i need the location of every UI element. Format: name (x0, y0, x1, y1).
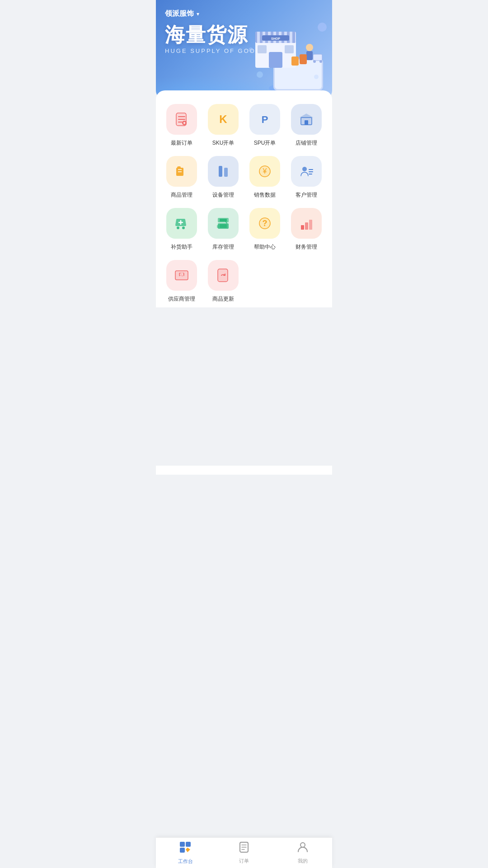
sku-open-label: SKU开单 (212, 139, 235, 147)
svg-text:供: 供 (179, 273, 184, 277)
svg-rect-15 (313, 54, 322, 61)
device-manage-icon-wrap (208, 156, 239, 187)
inventory-icon-wrap (208, 208, 239, 239)
customer-manage-icon-wrap (291, 156, 322, 187)
inventory-label: 库存管理 (212, 243, 234, 251)
banner-illustration: SHOP (246, 5, 328, 95)
menu-item-supplier[interactable]: 供供应商管理 (163, 260, 200, 303)
svg-rect-60 (301, 225, 304, 230)
goods-manage-icon-wrap (166, 156, 197, 187)
sales-data-label: 销售数据 (254, 191, 276, 199)
menu-item-goods-manage[interactable]: 商品管理 (163, 156, 200, 199)
svg-rect-40 (224, 168, 228, 177)
svg-rect-55 (220, 224, 227, 228)
nav-label-workbench: 工作台 (178, 858, 193, 865)
menu-grid: 最新订单KSKU开单PSPU开单店铺管理商品管理设备管理¥销售数据客户管理补货助… (163, 104, 325, 303)
spu-open-icon-wrap: P (249, 104, 280, 135)
svg-point-44 (302, 167, 307, 171)
svg-point-16 (313, 60, 316, 63)
menu-item-restock[interactable]: 补货助手 (163, 208, 200, 251)
svg-rect-39 (219, 166, 222, 177)
header-banner: 领派服饰 ▾ 海量货源 HUGE SUPPLY OF GOODS (156, 0, 332, 99)
svg-rect-70 (186, 842, 191, 847)
customer-manage-label: 客户管理 (296, 191, 317, 199)
finance-icon-wrap (291, 208, 322, 239)
gray-area (156, 307, 332, 466)
sales-data-icon-wrap: ¥ (249, 156, 280, 187)
mine-icon (297, 841, 309, 856)
help-label: 帮助中心 (254, 243, 276, 251)
help-icon-wrap: ? (249, 208, 280, 239)
svg-marker-72 (186, 848, 190, 852)
nav-item-workbench[interactable]: 工作台 (156, 841, 215, 865)
svg-text:?: ? (263, 219, 267, 228)
goods-update-icon-wrap (208, 260, 239, 291)
svg-point-23 (249, 47, 253, 52)
svg-rect-10 (269, 52, 282, 68)
dropdown-arrow-icon[interactable]: ▾ (197, 11, 199, 17)
finance-label: 财务管理 (296, 243, 317, 251)
sku-open-icon-wrap: K (208, 104, 239, 135)
svg-text:SHOP: SHOP (271, 37, 280, 40)
goods-manage-label: 商品管理 (171, 191, 192, 199)
svg-point-13 (306, 44, 313, 51)
menu-item-finance[interactable]: 财务管理 (288, 208, 325, 251)
menu-item-device-manage[interactable]: 设备管理 (205, 156, 242, 199)
goods-update-label: 商品更新 (212, 295, 234, 303)
svg-text:P: P (262, 114, 268, 125)
menu-item-inventory[interactable]: 库存管理 (205, 208, 242, 251)
svg-rect-12 (285, 45, 294, 53)
svg-rect-62 (309, 220, 312, 230)
svg-point-49 (182, 226, 185, 229)
svg-point-48 (177, 226, 179, 229)
svg-rect-36 (305, 120, 308, 125)
svg-text:¥: ¥ (263, 167, 267, 175)
menu-item-help[interactable]: ?帮助中心 (246, 208, 283, 251)
menu-item-latest-order[interactable]: 最新订单 (163, 104, 200, 147)
svg-rect-69 (180, 842, 185, 847)
menu-item-store-manage[interactable]: 店铺管理 (288, 104, 325, 147)
svg-rect-11 (258, 45, 267, 53)
store-manage-label: 店铺管理 (296, 139, 317, 147)
menu-item-customer-manage[interactable]: 客户管理 (288, 156, 325, 199)
supplier-label: 供应商管理 (168, 295, 195, 303)
svg-point-22 (314, 75, 319, 79)
svg-point-20 (318, 23, 327, 32)
svg-rect-14 (306, 51, 313, 60)
spu-open-label: SPU开单 (254, 139, 276, 147)
nav-label-orders: 订单 (239, 858, 249, 864)
nav-item-orders[interactable]: 订单 (215, 841, 273, 864)
svg-rect-54 (220, 219, 227, 222)
svg-point-77 (300, 843, 305, 847)
nav-label-mine: 我的 (298, 858, 308, 864)
svg-rect-71 (180, 848, 185, 853)
restock-icon-wrap (166, 208, 197, 239)
svg-rect-56 (217, 225, 219, 228)
menu-item-sku-open[interactable]: KSKU开单 (205, 104, 242, 147)
svg-text:K: K (219, 113, 227, 125)
svg-rect-18 (291, 57, 299, 66)
menu-item-spu-open[interactable]: PSPU开单 (246, 104, 283, 147)
restock-label: 补货助手 (171, 243, 192, 251)
menu-item-sales-data[interactable]: ¥销售数据 (246, 156, 283, 199)
svg-rect-19 (300, 54, 307, 64)
store-manage-icon-wrap (291, 104, 322, 135)
supplier-icon-wrap: 供 (166, 260, 197, 291)
bottom-nav: 工作台 订单 我的 (156, 837, 332, 868)
main-content: 最新订单KSKU开单PSPU开单店铺管理商品管理设备管理¥销售数据客户管理补货助… (156, 90, 332, 475)
svg-point-21 (257, 71, 263, 78)
latest-order-label: 最新订单 (171, 139, 192, 147)
orders-icon (238, 841, 250, 856)
store-name-text: 领派服饰 (165, 9, 194, 19)
workbench-icon (179, 841, 192, 856)
svg-rect-61 (305, 222, 308, 230)
nav-item-mine[interactable]: 我的 (273, 841, 332, 864)
svg-point-17 (319, 60, 322, 63)
latest-order-icon-wrap (166, 104, 197, 135)
menu-item-goods-update[interactable]: 商品更新 (205, 260, 242, 303)
device-manage-label: 设备管理 (212, 191, 234, 199)
svg-rect-67 (218, 269, 228, 282)
